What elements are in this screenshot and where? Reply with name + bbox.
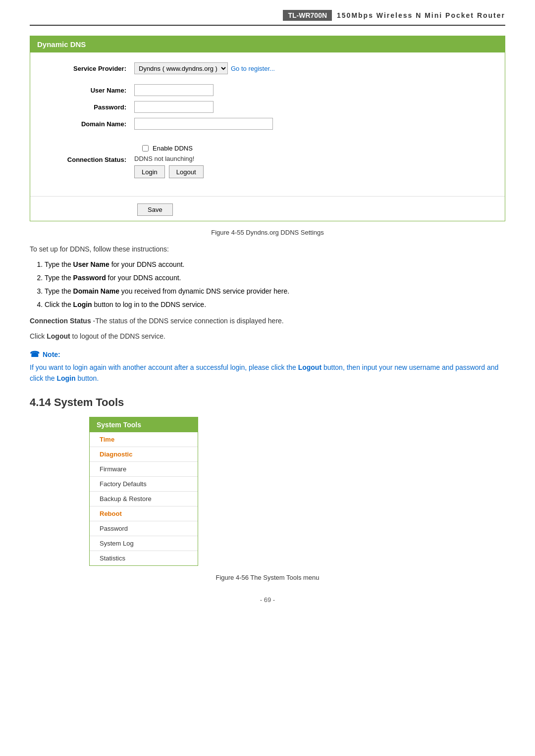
- login-button[interactable]: Login: [134, 165, 165, 178]
- username-label: User Name:: [35, 87, 134, 94]
- logout-note: Click Logout to logout of the DDNS servi…: [30, 331, 505, 342]
- list-item: Type the User Name for your DDNS account…: [45, 259, 505, 270]
- sys-tools-item-password[interactable]: Password: [90, 521, 198, 536]
- sys-tools-item-statistics[interactable]: Statistics: [90, 551, 198, 565]
- ddns-body: Service Provider: Dyndns ( www.dyndns.or…: [30, 52, 505, 196]
- sys-tools-item-reboot[interactable]: Reboot: [90, 506, 198, 521]
- note-section: ☎ Note: If you want to login again with …: [30, 350, 505, 384]
- list-item: Click the Login button to log in to the …: [45, 300, 505, 310]
- service-provider-select[interactable]: Dyndns ( www.dyndns.org ): [134, 62, 228, 74]
- domain-name-row: Domain Name:: [35, 118, 500, 130]
- sys-tools-item-diagnostic[interactable]: Diagnostic: [90, 447, 198, 462]
- login-logout-buttons: Login Logout: [134, 165, 204, 178]
- ddns-panel: Dynamic DNS Service Provider: Dyndns ( w…: [30, 36, 505, 221]
- sys-tools-item-factory-defaults[interactable]: Factory Defaults: [90, 477, 198, 492]
- list-item: Type the Domain Name you received from d…: [45, 286, 505, 297]
- domain-name-input[interactable]: [134, 118, 273, 130]
- service-provider-label: Service Provider:: [35, 65, 134, 72]
- sys-tools-item-time[interactable]: Time: [90, 432, 198, 447]
- page-number: - 69 -: [30, 596, 505, 604]
- service-provider-controls: Dyndns ( www.dyndns.org ) Go to register…: [134, 62, 275, 74]
- enable-ddns-label: Enable DDNS: [153, 145, 193, 152]
- enable-ddns-checkbox[interactable]: [142, 145, 149, 151]
- model-label: TL-WR700N: [283, 10, 332, 21]
- domain-name-label: Domain Name:: [35, 120, 134, 128]
- connection-status-value: DDNS not launching!: [134, 155, 204, 162]
- sys-tools-item-firmware[interactable]: Firmware: [90, 462, 198, 477]
- connection-status-content: DDNS not launching! Login Logout: [134, 155, 204, 178]
- page-header: TL-WR700N 150Mbps Wireless N Mini Pocket…: [30, 10, 505, 26]
- note-text: If you want to login again with another …: [30, 362, 505, 384]
- password-input[interactable]: [134, 101, 214, 113]
- list-item: Type the Password for your DDNS account.: [45, 273, 505, 283]
- note-label: ☎ Note:: [30, 350, 505, 359]
- password-label: Password:: [35, 103, 134, 111]
- figure56-caption: Figure 4-56 The System Tools menu: [30, 574, 505, 581]
- username-row: User Name:: [35, 84, 500, 96]
- connection-status-note: Connection Status -The status of the DDN…: [30, 316, 505, 326]
- instructions-intro: To set up for DDNS, follow these instruc…: [30, 244, 505, 254]
- system-tools-title: System Tools: [90, 417, 198, 432]
- service-provider-row: Service Provider: Dyndns ( www.dyndns.or…: [35, 62, 500, 74]
- save-button[interactable]: Save: [137, 203, 173, 216]
- system-tools-menu: System Tools Time Diagnostic Firmware Fa…: [89, 417, 198, 566]
- instructions-list: Type the User Name for your DDNS account…: [45, 259, 505, 310]
- header-description: 150Mbps Wireless N Mini Pocket Router: [337, 11, 505, 19]
- username-input[interactable]: [134, 84, 214, 96]
- connection-status-label: Connection Status:: [35, 155, 134, 163]
- go-register-link[interactable]: Go to register...: [231, 65, 275, 72]
- save-row: Save: [30, 196, 505, 221]
- connection-status-row: Connection Status: DDNS not launching! L…: [35, 155, 500, 178]
- section-heading: 4.14 System Tools: [30, 396, 505, 409]
- ddns-title: Dynamic DNS: [30, 36, 505, 52]
- note-icon: ☎: [30, 350, 40, 359]
- sys-tools-item-backup-restore[interactable]: Backup & Restore: [90, 492, 198, 506]
- note-title: Note:: [43, 351, 60, 358]
- enable-ddns-row: Enable DDNS: [142, 145, 500, 152]
- figure55-caption: Figure 4-55 Dyndns.org DDNS Settings: [30, 229, 505, 236]
- logout-button[interactable]: Logout: [169, 165, 204, 178]
- sys-tools-item-system-log[interactable]: System Log: [90, 536, 198, 551]
- password-row: Password:: [35, 101, 500, 113]
